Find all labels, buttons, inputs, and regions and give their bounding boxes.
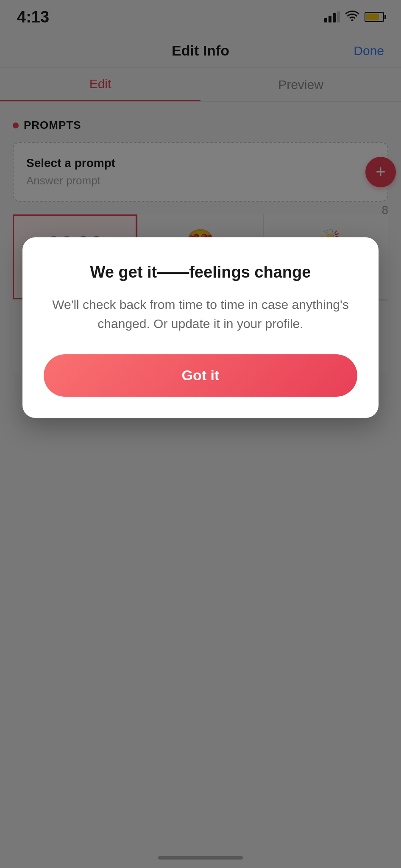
got-it-button[interactable]: Got it: [44, 354, 357, 397]
modal-title: We get it——feelings change: [44, 263, 357, 282]
modal-dialog: We get it——feelings change We'll check b…: [22, 237, 379, 418]
modal-body: We'll check back from time to time in ca…: [44, 295, 357, 333]
modal-overlay: [0, 0, 401, 868]
